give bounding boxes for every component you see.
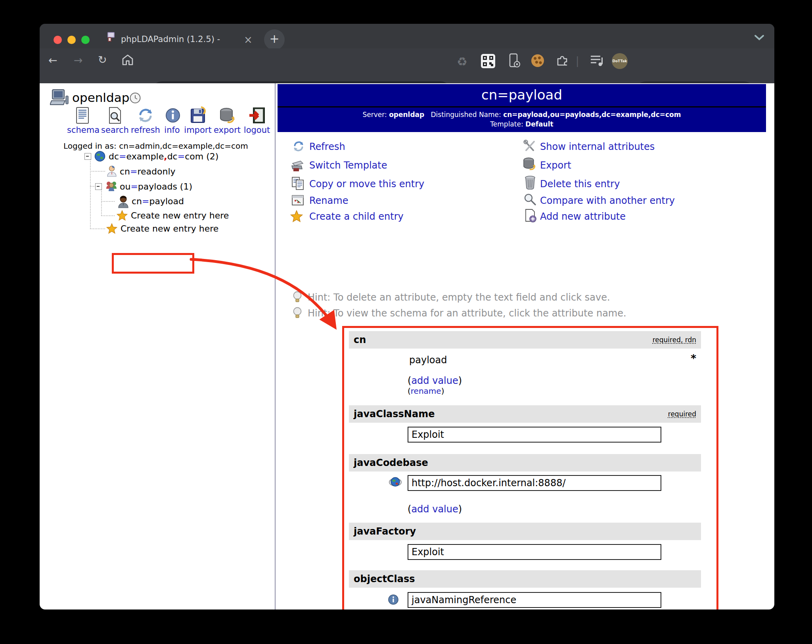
tree-item-cn-readonly[interactable]: cn=readonly bbox=[120, 167, 176, 176]
add-attribute-icon[interactable] bbox=[524, 209, 537, 223]
lightbulb-icon bbox=[293, 307, 302, 320]
compare-icon[interactable] bbox=[523, 193, 537, 206]
header-divider bbox=[278, 106, 766, 107]
tree-connector bbox=[90, 171, 105, 172]
traffic-close-button[interactable] bbox=[54, 36, 62, 44]
hint-delete-attribute: Hint: To delete an attribute, empty the … bbox=[308, 292, 610, 303]
traffic-zoom-button[interactable] bbox=[81, 36, 90, 44]
tools-icon[interactable] bbox=[523, 140, 537, 153]
sidebar-item-logout[interactable]: logout bbox=[239, 125, 275, 135]
action-copy-move[interactable]: Copy or move this entry bbox=[309, 178, 424, 190]
tree-connector bbox=[101, 190, 102, 216]
refresh-icon[interactable] bbox=[136, 106, 155, 125]
back-icon[interactable]: ← bbox=[48, 55, 57, 65]
annotation-highlight-box bbox=[112, 253, 194, 274]
tree-connector bbox=[90, 228, 105, 229]
reload-icon[interactable]: ↻ bbox=[98, 54, 107, 65]
star-icon[interactable] bbox=[290, 210, 303, 222]
phone-gear-extension-icon[interactable] bbox=[507, 53, 521, 68]
user-icon[interactable] bbox=[106, 165, 117, 177]
javafactory-input[interactable] bbox=[408, 544, 661, 560]
action-show-internal[interactable]: Show internal attributes bbox=[540, 141, 655, 152]
add-value-link[interactable]: (add value) bbox=[408, 375, 462, 386]
action-compare[interactable]: Compare with another entry bbox=[540, 195, 675, 206]
home-icon[interactable] bbox=[121, 54, 134, 66]
tree-item-cn-payload[interactable]: cn=payload bbox=[132, 196, 184, 206]
profile-avatar[interactable]: DoTTak bbox=[612, 53, 628, 69]
attribute-header-javacodebase[interactable]: javaCodebase bbox=[349, 454, 701, 472]
schema-icon[interactable] bbox=[73, 106, 92, 125]
attribute-name[interactable]: javaCodebase bbox=[354, 457, 428, 468]
cookie-extension-icon[interactable] bbox=[531, 54, 544, 67]
trash-icon[interactable] bbox=[524, 175, 536, 190]
phpldapadmin-favicon bbox=[106, 32, 116, 42]
logout-icon[interactable] bbox=[248, 106, 266, 125]
export-icon[interactable] bbox=[218, 106, 236, 125]
attribute-name[interactable]: objectClass bbox=[354, 573, 415, 585]
rename-link[interactable]: (rename) bbox=[408, 386, 444, 396]
attribute-name[interactable]: javaClassName bbox=[354, 408, 435, 420]
rename-icon[interactable] bbox=[291, 194, 304, 207]
tab-title[interactable]: phpLDAPadmin (1.2.5) - bbox=[121, 34, 220, 44]
action-switch-template[interactable]: Switch Template bbox=[309, 160, 387, 171]
dn-value: cn=payload,ou=payloads,dc=example,dc=com bbox=[503, 111, 681, 119]
star-icon[interactable] bbox=[117, 210, 128, 221]
user-dark-icon[interactable] bbox=[117, 195, 129, 208]
refresh-icon[interactable] bbox=[292, 140, 305, 153]
desktop: { "colors": { "annotation_red": "#ee2e18… bbox=[0, 0, 812, 644]
tree-item-create-entry-inner[interactable]: Create new entry here bbox=[131, 211, 229, 220]
forward-icon[interactable]: → bbox=[74, 55, 83, 65]
objectclass-input[interactable] bbox=[408, 592, 661, 608]
info-icon[interactable] bbox=[164, 106, 182, 125]
page-title: cn=payload bbox=[278, 87, 766, 103]
action-add-attribute[interactable]: Add new attribute bbox=[540, 211, 626, 222]
playlist-music-icon[interactable] bbox=[590, 54, 605, 67]
attribute-header-objectclass[interactable]: objectClass bbox=[349, 570, 701, 588]
attribute-header-javaclassname[interactable]: javaClassName required bbox=[349, 405, 701, 423]
add-value-link[interactable]: (add value) bbox=[408, 504, 462, 515]
action-export[interactable]: Export bbox=[540, 160, 571, 171]
javaclassname-input[interactable] bbox=[408, 427, 661, 443]
url-globe-icon[interactable] bbox=[389, 476, 402, 489]
action-rename[interactable]: Rename bbox=[309, 195, 348, 206]
recycle-extension-icon[interactable]: ♻ bbox=[457, 55, 467, 69]
import-icon[interactable] bbox=[189, 106, 207, 125]
action-refresh[interactable]: Refresh bbox=[309, 141, 345, 152]
export-icon[interactable] bbox=[522, 156, 537, 171]
javacodebase-input[interactable] bbox=[408, 475, 661, 491]
browser-toolbar: ← → ↻ localhost:8080/cmd.php?server_id=1… bbox=[40, 48, 774, 83]
globe-icon[interactable] bbox=[94, 151, 105, 162]
switch-template-icon[interactable] bbox=[290, 158, 305, 172]
action-create-child[interactable]: Create a child entry bbox=[309, 211, 404, 222]
search-icon[interactable] bbox=[105, 106, 124, 125]
schema-info-icon[interactable] bbox=[388, 594, 399, 605]
clock-icon[interactable] bbox=[129, 92, 141, 104]
new-tab-button[interactable]: + bbox=[264, 29, 285, 50]
qr-extension-icon[interactable] bbox=[481, 54, 496, 69]
tree-expander-icon[interactable] bbox=[84, 153, 91, 160]
users-group-icon[interactable] bbox=[105, 180, 117, 192]
action-delete[interactable]: Delete this entry bbox=[540, 178, 620, 190]
tree-expander-icon[interactable] bbox=[95, 183, 102, 190]
extensions-puzzle-icon[interactable] bbox=[555, 54, 569, 68]
attribute-header-javafactory[interactable]: javaFactory bbox=[349, 523, 701, 540]
toolbar-separator: | bbox=[576, 55, 579, 67]
sidebar-item-schema[interactable]: schema bbox=[65, 125, 101, 135]
tree-item-ou-payloads[interactable]: ou=payloads (1) bbox=[120, 182, 192, 192]
window-chevron-icon[interactable] bbox=[753, 34, 765, 41]
server-name[interactable]: openldap bbox=[72, 90, 129, 105]
panel-divider bbox=[275, 83, 276, 610]
tree-item-dc-example[interactable]: dc=example,dc=com (2) bbox=[109, 151, 218, 161]
attribute-flags: required, rdn bbox=[653, 336, 696, 344]
tab-close-icon[interactable]: × bbox=[244, 34, 253, 46]
computer-icon bbox=[50, 89, 69, 106]
traffic-minimize-button[interactable] bbox=[67, 36, 76, 44]
browser-window: phpLDAPadmin (1.2.5) - × + ← → ↻ localho… bbox=[40, 24, 774, 610]
attribute-name[interactable]: javaFactory bbox=[354, 526, 416, 537]
star-icon[interactable] bbox=[106, 223, 117, 234]
attribute-header-cn[interactable]: cn required, rdn bbox=[349, 331, 701, 349]
cn-value: payload bbox=[409, 355, 447, 366]
attribute-name[interactable]: cn bbox=[354, 334, 366, 345]
copy-move-icon[interactable] bbox=[291, 176, 305, 190]
tree-item-create-entry-outer[interactable]: Create new entry here bbox=[121, 224, 218, 234]
